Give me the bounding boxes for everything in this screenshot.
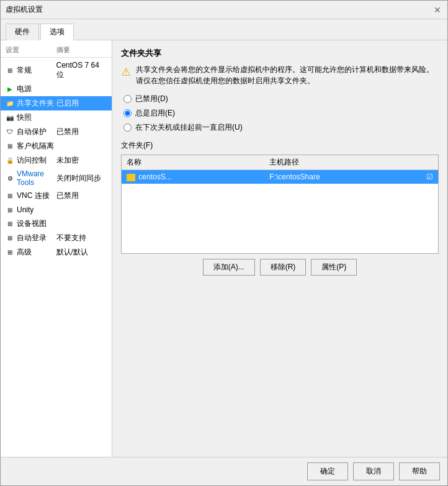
folder-actions: 添加(A)... 移除(R) 属性(P) xyxy=(121,259,439,276)
sidebar-item-snapshot[interactable]: 📷 快照 xyxy=(1,110,112,125)
sidebar-item-guest-isolation[interactable]: ⊞ 客户机隔离 xyxy=(1,139,112,153)
column-headers: 设置 摘要 xyxy=(1,43,112,58)
sidebar-item-general[interactable]: ⊞ 常规 CentOS 7 64 位 xyxy=(1,59,112,82)
radio-until-poweroff[interactable]: 在下次关机或挂起前一直启用(U) xyxy=(123,122,439,133)
unity-icon: ⊞ xyxy=(6,205,14,214)
shared-folders-icon: 📁 xyxy=(6,99,14,108)
window-title: 虚拟机设置 xyxy=(6,4,43,15)
sidebar-item-auto-protect[interactable]: 🛡 自动保护 已禁用 xyxy=(1,125,112,139)
title-bar: 虚拟机设置 ✕ xyxy=(1,1,447,19)
auto-login-icon: ⊞ xyxy=(6,234,14,243)
info-box: ⚠ 共享文件夹会将您的文件显示给虚拟机中的程序。这可能允许您的计算机和数据带来风… xyxy=(121,64,439,86)
remove-button[interactable]: 移除(R) xyxy=(260,259,307,276)
add-button[interactable]: 添加(A)... xyxy=(203,259,255,276)
bottom-bar: 确定 取消 帮助 xyxy=(1,457,447,485)
main-content: 设置 摘要 ⊞ 常规 CentOS 7 64 位 ▶ 电源 xyxy=(1,40,447,457)
sidebar-item-unity[interactable]: ⊞ Unity xyxy=(1,203,112,217)
help-button[interactable]: 帮助 xyxy=(399,462,440,480)
folder-table: 名称 主机路径 centosS... F:\ce xyxy=(122,155,438,184)
radio-until-poweroff-input[interactable] xyxy=(123,124,132,132)
radio-always-enabled-input[interactable] xyxy=(123,109,132,117)
right-panel: 文件夹共享 ⚠ 共享文件夹会将您的文件显示给虚拟机中的程序。这可能允许您的计算机… xyxy=(112,40,447,457)
auto-protect-icon: 🛡 xyxy=(6,128,14,137)
sidebar-item-advanced[interactable]: ⊞ 高级 默认/默认 xyxy=(1,245,112,259)
section-title: 文件夹共享 xyxy=(121,48,439,59)
row-path: F:\centosShare xyxy=(264,170,421,184)
col-header-settings: 设置 xyxy=(6,45,56,55)
radio-group: 已禁用(D) 总是启用(E) 在下次关机或挂起前一直启用(U) xyxy=(123,94,439,133)
sidebar-item-shared-folders[interactable]: 📁 共享文件夹 已启用 xyxy=(1,96,112,110)
folder-row-icon xyxy=(127,174,135,181)
cancel-button[interactable]: 取消 xyxy=(353,462,394,480)
general-icon: ⊞ xyxy=(6,66,14,75)
left-panel: 设置 摘要 ⊞ 常规 CentOS 7 64 位 ▶ 电源 xyxy=(1,40,112,457)
info-text: 共享文件夹会将您的文件显示给虚拟机中的程序。这可能允许您的计算机和数据带来风险。… xyxy=(136,64,439,86)
table-row[interactable]: centosS... F:\centosShare ☑ xyxy=(122,170,438,184)
warning-icon: ⚠ xyxy=(121,65,131,79)
close-button[interactable]: ✕ xyxy=(432,5,442,15)
col-name: 名称 xyxy=(122,155,264,170)
sidebar-item-access-control[interactable]: 🔒 访问控制 未加密 xyxy=(1,153,112,168)
tab-options[interactable]: 选项 xyxy=(40,24,74,40)
vnc-icon: ⊞ xyxy=(6,192,14,200)
col-check xyxy=(421,155,438,170)
folder-section: 文件夹(F) 名称 主机路径 xyxy=(121,140,439,276)
main-window: 虚拟机设置 ✕ 硬件 选项 设置 摘要 ⊞ 常规 CentOS 7 64 位 xyxy=(0,0,448,486)
col-path: 主机路径 xyxy=(264,155,421,170)
tab-hardware[interactable]: 硬件 xyxy=(6,24,39,40)
tabs-bar: 硬件 选项 xyxy=(1,19,447,40)
radio-disabled[interactable]: 已禁用(D) xyxy=(123,94,439,104)
guest-isolation-icon: ⊞ xyxy=(6,142,14,151)
power-icon: ▶ xyxy=(6,85,14,94)
sidebar-item-device-view[interactable]: ⊞ 设备视图 xyxy=(1,217,112,231)
access-control-icon: 🔒 xyxy=(6,156,14,165)
row-name: centosS... xyxy=(122,170,264,184)
device-view-icon: ⊞ xyxy=(6,220,14,228)
snapshot-icon: 📷 xyxy=(6,114,14,122)
properties-button[interactable]: 属性(P) xyxy=(311,259,357,276)
folder-table-container: 名称 主机路径 centosS... F:\ce xyxy=(121,155,439,254)
folder-section-title: 文件夹(F) xyxy=(121,140,439,151)
sidebar-item-vmware-tools[interactable]: ⚙ VMware Tools 关闭时间同步 xyxy=(1,168,112,189)
advanced-icon: ⊞ xyxy=(6,248,14,257)
sidebar-item-power[interactable]: ▶ 电源 xyxy=(1,82,112,96)
radio-always-enabled[interactable]: 总是启用(E) xyxy=(123,108,439,119)
sidebar-item-vnc[interactable]: ⊞ VNC 连接 已禁用 xyxy=(1,189,112,203)
confirm-button[interactable]: 确定 xyxy=(307,462,348,480)
sidebar-item-auto-login[interactable]: ⊞ 自动登录 不要支持 xyxy=(1,231,112,245)
vmware-tools-icon: ⚙ xyxy=(6,174,14,182)
row-check: ☑ xyxy=(421,170,438,184)
col-header-summary: 摘要 xyxy=(56,45,107,55)
radio-disabled-input[interactable] xyxy=(123,95,132,103)
